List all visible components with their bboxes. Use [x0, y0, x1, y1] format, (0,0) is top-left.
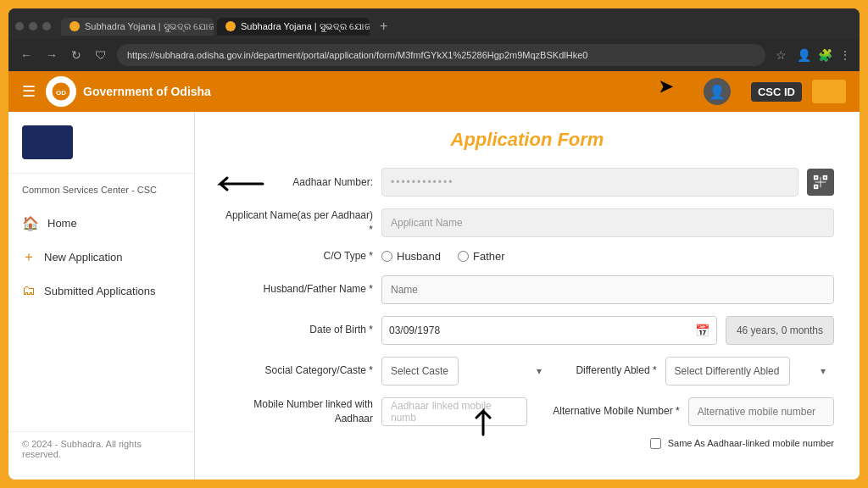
sidebar-footer: © 2024 - Subhadra. All rights reserved.	[8, 431, 194, 466]
caste-select[interactable]: Select Caste	[381, 357, 459, 385]
tab-favicon-2	[225, 21, 236, 31]
radio-father[interactable]: Father	[458, 250, 505, 263]
age-badge: 46 years, 0 months	[726, 316, 834, 345]
differently-abled-select[interactable]: Select Differently Abled	[665, 357, 790, 385]
home-label: Home	[47, 217, 77, 230]
dob-value: 03/09/1978	[389, 324, 440, 336]
window-controls	[15, 22, 51, 30]
dob-label: Date of Birth *	[220, 323, 373, 337]
url-input[interactable]	[117, 44, 765, 66]
svg-rect-3	[824, 176, 827, 180]
home-icon: 🏠	[22, 215, 39, 231]
sidebar-logo-area	[8, 125, 194, 174]
same-as-aadhaar-text: Same As Aadhaar-linked mobile number	[668, 438, 834, 448]
hamburger-menu[interactable]: ☰	[22, 82, 36, 101]
window-dot	[42, 22, 51, 30]
app-container: ☰ OD Government of Odisha 👤 ➤ CSC ID	[8, 71, 860, 480]
differently-abled-label: Differently Abled *	[576, 363, 656, 378]
applicant-name-row: Applicant Name(as per Aadhaar) * Applica…	[220, 208, 834, 237]
co-type-label: C/O Type *	[220, 249, 373, 263]
aadhaar-value: ••••••••••••	[381, 168, 798, 197]
mobile-placeholder: Aadhaar linked mobile numb	[391, 400, 518, 424]
new-application-label: New Application	[44, 251, 123, 263]
sidebar-item-new-application[interactable]: ＋ New Application	[8, 240, 194, 274]
social-category-label: Social Category/Caste *	[220, 363, 373, 378]
browser-tab-2[interactable]: Subhadra Yojana | ସୁଭଦ୍ର ଯୋଜନା ✕	[217, 18, 370, 36]
alt-mobile-label: Alternative Mobile Number *	[553, 404, 679, 419]
address-bar-area: ← → ↻ 🛡 ☆ 👤 🧩 ⋮	[8, 39, 860, 71]
window-dot	[29, 22, 37, 30]
radio-father-label: Father	[473, 250, 505, 263]
svg-rect-2	[815, 176, 818, 180]
mobile-row: Mobile Number linked with Aadhaar Aadhaa…	[220, 397, 834, 426]
main-content: Common Services Center - CSC 🏠 Home ＋ Ne…	[8, 112, 860, 480]
profile-icon[interactable]: 👤	[797, 48, 811, 62]
form-area: Application Form Aadhaar Number: •••••••…	[195, 112, 860, 480]
same-as-aadhaar-checkbox-label[interactable]: Same As Aadhaar-linked mobile number	[650, 438, 834, 449]
csc-id-value	[812, 80, 846, 103]
husband-father-label: Husband/Father Name *	[220, 282, 373, 297]
radio-father-input[interactable]	[458, 251, 469, 262]
new-tab-button[interactable]: +	[373, 19, 394, 34]
user-avatar[interactable]: 👤	[704, 78, 731, 105]
applicant-name-value: Applicant Name	[381, 208, 834, 237]
calendar-icon[interactable]: 📅	[695, 324, 709, 337]
aadhaar-label: Aadhaar Number:	[220, 175, 373, 190]
caste-select-wrap: Select Caste	[381, 357, 550, 385]
tab-label-2: Subhadra Yojana | ସୁଭଦ୍ର ଯୋଜନା	[241, 21, 370, 32]
radio-husband-label: Husband	[397, 250, 441, 263]
reload-button[interactable]: ↻	[68, 47, 85, 64]
app-header: ☰ OD Government of Odisha 👤 ➤ CSC ID	[8, 71, 860, 112]
age-value: 46 years, 0 months	[737, 324, 823, 336]
header-right: 👤 ➤ CSC ID	[704, 78, 846, 105]
back-button[interactable]: ←	[17, 47, 36, 64]
radio-husband-input[interactable]	[381, 251, 392, 262]
more-icon[interactable]: ⋮	[839, 48, 851, 62]
svg-rect-4	[815, 186, 818, 189]
folder-icon: 🗂	[22, 283, 36, 298]
aadhaar-masked: ••••••••••••	[391, 176, 453, 188]
shield-icon: 🛡	[92, 47, 110, 64]
govt-name: Government of Odisha	[83, 85, 211, 98]
same-as-aadhaar-row: Same As Aadhaar-linked mobile number	[220, 438, 834, 449]
tab-label-1: Subhadra Yojana | ସୁଭଦ୍ର ଯୋଜନା	[85, 21, 214, 32]
submitted-label: Submitted Applications	[44, 285, 156, 297]
sidebar-item-home[interactable]: 🏠 Home	[8, 207, 194, 240]
browser-window: Subhadra Yojana | ସୁଭଦ୍ର ଯୋଜନା ✕ Subhadr…	[8, 8, 860, 480]
form-title: Application Form	[220, 129, 834, 151]
sidebar-item-submitted[interactable]: 🗂 Submitted Applications	[8, 274, 194, 307]
extensions-icon[interactable]: 🧩	[818, 48, 832, 62]
mobile-input[interactable]: Aadhaar linked mobile numb	[381, 397, 527, 426]
sidebar-org-label: Common Services Center - CSC	[8, 184, 194, 197]
same-as-aadhaar-checkbox[interactable]	[650, 438, 661, 449]
browser-toolbar: 👤 🧩 ⋮	[797, 48, 851, 62]
svg-text:OD: OD	[56, 89, 66, 97]
co-type-row: C/O Type * Husband Father	[220, 249, 834, 263]
husband-father-input[interactable]	[381, 275, 834, 304]
window-dot	[15, 22, 24, 30]
sidebar-logo	[22, 125, 73, 159]
dob-input[interactable]: 03/09/1978 📅	[381, 316, 717, 345]
csc-id-label: CSC ID	[751, 82, 802, 102]
co-type-options: Husband Father	[381, 250, 505, 263]
radio-husband[interactable]: Husband	[381, 250, 441, 263]
husband-father-row: Husband/Father Name *	[220, 275, 834, 304]
footer-text: © 2024 - Subhadra. All rights reserved.	[22, 439, 142, 459]
forward-button[interactable]: →	[42, 47, 61, 64]
bookmark-icon[interactable]: ☆	[772, 47, 790, 64]
applicant-name-label: Applicant Name(as per Aadhaar) *	[220, 208, 373, 237]
browser-tabs: Subhadra Yojana | ସୁଭଦ୍ର ଯୋଜନା ✕ Subhadr…	[8, 8, 860, 39]
social-category-row: Social Category/Caste * Select Caste Dif…	[220, 357, 834, 385]
alt-mobile-input[interactable]	[688, 397, 834, 426]
mobile-label: Mobile Number linked with Aadhaar	[220, 397, 373, 426]
tab-favicon-1	[70, 21, 80, 31]
differently-abled-select-wrap: Select Differently Abled	[665, 357, 834, 385]
aadhaar-row: Aadhaar Number: ••••••••••••	[220, 168, 834, 197]
govt-logo: OD	[46, 76, 76, 107]
browser-tab-1[interactable]: Subhadra Yojana | ସୁଭଦ୍ର ଯୋଜନା ✕	[61, 18, 214, 36]
plus-icon: ＋	[22, 248, 36, 266]
sidebar: Common Services Center - CSC 🏠 Home ＋ Ne…	[8, 112, 195, 480]
dob-row: Date of Birth * 03/09/1978 📅 46 years, 0…	[220, 316, 834, 345]
scan-icon[interactable]	[807, 169, 834, 196]
